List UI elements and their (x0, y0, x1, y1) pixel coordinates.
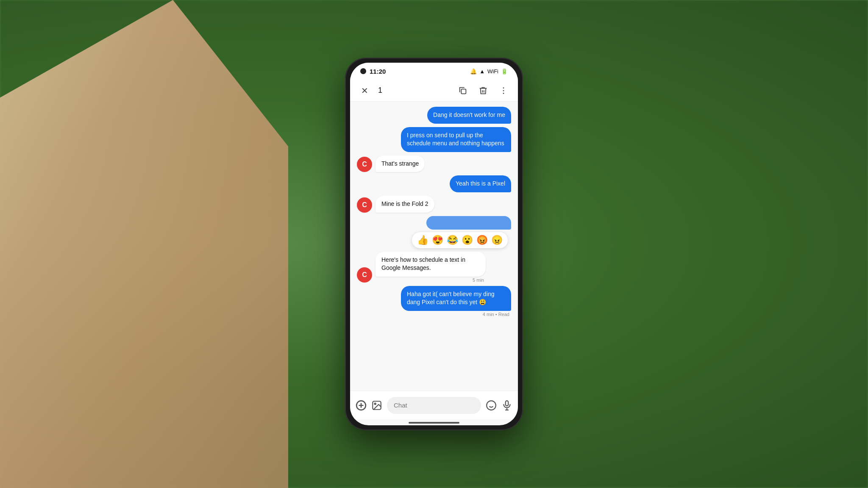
avatar: C (357, 267, 372, 283)
battery-icon: 🔋 (501, 68, 508, 75)
input-bar (350, 391, 518, 419)
emoji-heart-eyes[interactable]: 😍 (432, 235, 443, 246)
selection-count: 1 (378, 86, 382, 95)
add-button[interactable] (355, 397, 367, 414)
svg-point-2 (503, 90, 504, 91)
message-row: C Mine is the Fold 2 (357, 196, 511, 213)
messages-area[interactable]: Dang it doesn't work for me I press on s… (350, 102, 518, 391)
copy-button[interactable] (455, 83, 470, 98)
emoji-surprised[interactable]: 😮 (462, 235, 473, 246)
message-row: I press on send to pull up the schedule … (357, 127, 511, 152)
svg-point-9 (487, 401, 496, 410)
image-button[interactable] (371, 397, 383, 414)
svg-point-1 (503, 87, 504, 89)
status-time: 11:20 (370, 68, 386, 75)
message-bubble[interactable]: I press on send to pull up the schedule … (401, 127, 511, 152)
phone-screen: 11:20 🔔 ▲ WiFi 🔋 ✕ 1 (350, 63, 518, 425)
message-bubble[interactable]: Dang it doesn't work for me (427, 107, 511, 124)
camera-dot (360, 68, 366, 74)
message-bubble[interactable]: Here's how to schedule a text in Google … (376, 252, 486, 277)
more-options-button[interactable] (496, 83, 511, 98)
phone-device: 11:20 🔔 ▲ WiFi 🔋 ✕ 1 (345, 58, 523, 430)
message-row: Dang it doesn't work for me (357, 107, 511, 124)
message-row: C That's strange (357, 155, 511, 172)
emoji-reaction-bar[interactable]: 👍 😍 😂 😮 😡 😠 (412, 232, 508, 248)
emoji-angry[interactable]: 😡 (476, 235, 488, 246)
message-bubble[interactable]: That's strange (376, 155, 425, 172)
status-bar: 11:20 🔔 ▲ WiFi 🔋 (350, 63, 518, 80)
avatar: C (357, 197, 372, 213)
message-row: Haha got it( can't believe my ding dang … (357, 286, 511, 317)
message-row: C Here's how to schedule a text in Googl… (357, 252, 511, 283)
home-indicator (409, 422, 459, 424)
mic-button[interactable] (501, 397, 513, 414)
action-bar: ✕ 1 (350, 80, 518, 102)
partial-message-bubble (426, 216, 511, 230)
message-bubble[interactable]: Yeah this is a Pixel (450, 175, 511, 192)
message-timestamp: 5 min (376, 277, 486, 283)
message-row: Yeah this is a Pixel (357, 175, 511, 192)
message-timestamp: 4 min • Read (401, 312, 511, 317)
emoji-laughing[interactable]: 😂 (447, 235, 458, 246)
avatar: C (357, 157, 372, 172)
svg-rect-0 (461, 89, 466, 94)
svg-point-8 (375, 403, 376, 404)
svg-rect-12 (506, 401, 509, 406)
wifi-icon: WiFi (487, 68, 498, 75)
emoji-pouting[interactable]: 😠 (491, 235, 503, 246)
close-button[interactable]: ✕ (357, 83, 372, 98)
emoji-thumbsup[interactable]: 👍 (417, 235, 428, 246)
signal-icon: ▲ (479, 68, 485, 75)
message-bubble[interactable]: Haha got it( can't believe my ding dang … (401, 286, 511, 311)
vibrate-icon: 🔔 (470, 68, 477, 75)
message-bubble[interactable]: Mine is the Fold 2 (376, 196, 434, 213)
emoji-button[interactable] (485, 397, 497, 414)
delete-button[interactable] (476, 83, 491, 98)
status-icons: 🔔 ▲ WiFi 🔋 (470, 68, 508, 75)
svg-point-3 (503, 93, 504, 94)
chat-input[interactable] (387, 397, 481, 414)
